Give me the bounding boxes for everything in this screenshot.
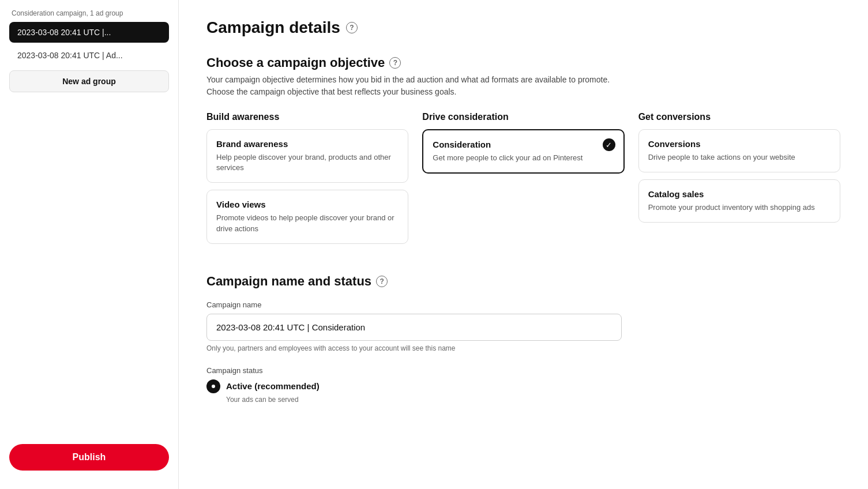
card-brand-awareness[interactable]: Brand awareness Help people discover you… [206,129,408,183]
campaign-name-help-icon[interactable]: ? [376,276,388,287]
card-catalog-sales[interactable]: Catalog sales Promote your product inven… [638,179,840,223]
sidebar: Consideration campaign, 1 ad group 2023-… [0,0,179,489]
campaign-name-status-title: Campaign name and status ? [206,274,840,289]
card-video-views[interactable]: Video views Promote videos to help peopl… [206,190,408,243]
card-conversions-desc: Drive people to take actions on your web… [648,152,831,163]
campaign-name-status-section: Campaign name and status ? Campaign name… [206,274,840,404]
column-drive-consideration: Drive consideration Consideration Get mo… [422,112,624,251]
card-consideration-desc: Get more people to click your ad on Pint… [433,153,614,163]
card-brand-awareness-desc: Help people discover your brand, product… [216,152,399,173]
column-title-drive-consideration: Drive consideration [422,112,624,122]
campaign-status-hint: Your ads can be served [226,396,840,404]
new-ad-group-button[interactable]: New ad group [9,70,169,92]
card-conversions[interactable]: Conversions Drive people to take actions… [638,129,840,172]
column-get-conversions: Get conversions Conversions Drive people… [638,112,840,251]
page-title: Campaign details ? [206,18,840,37]
objective-section-title: Choose a campaign objective ? [206,55,840,70]
card-catalog-sales-title: Catalog sales [648,189,831,199]
campaign-status-value: Active (recommended) [226,381,320,391]
sidebar-meta: Consideration campaign, 1 ad group [9,9,169,17]
column-title-build-awareness: Build awareness [206,112,408,122]
campaign-name-label: Campaign name [206,300,840,309]
card-consideration[interactable]: Consideration Get more people to click y… [422,129,624,174]
publish-button[interactable]: Publish [9,444,169,471]
card-video-views-title: Video views [216,200,399,209]
campaign-status-label: Campaign status [206,366,840,375]
objective-section: Choose a campaign objective ? Your campa… [206,55,840,251]
campaign-name-hint: Only you, partners and employees with ac… [206,344,840,352]
campaign-name-field-group: Campaign name Only you, partners and emp… [206,300,840,352]
objective-help-icon[interactable]: ? [389,57,401,69]
card-catalog-sales-desc: Promote your product inventory with shop… [648,202,831,213]
sidebar-item-active[interactable]: 2023-03-08 20:41 UTC |... [9,22,169,43]
card-consideration-title: Consideration [433,140,614,149]
consideration-check-icon: ✓ [603,138,615,151]
sidebar-item-secondary[interactable]: 2023-03-08 20:41 UTC | Ad... [9,45,169,66]
campaign-name-input[interactable] [206,314,622,341]
page-title-help-icon[interactable]: ? [346,22,358,33]
main-content: Campaign details ? Choose a campaign obj… [179,0,868,489]
card-video-views-desc: Promote videos to help people discover y… [216,213,399,234]
card-conversions-title: Conversions [648,139,831,149]
column-build-awareness: Build awareness Brand awareness Help peo… [206,112,408,251]
status-active-icon [206,379,220,393]
card-brand-awareness-title: Brand awareness [216,139,399,149]
objectives-grid: Build awareness Brand awareness Help peo… [206,112,840,251]
campaign-status-row: Active (recommended) [206,379,840,393]
column-title-get-conversions: Get conversions [638,112,840,122]
objective-section-desc: Your campaign objective determines how y… [206,74,840,98]
campaign-status-section: Campaign status Active (recommended) You… [206,366,840,404]
